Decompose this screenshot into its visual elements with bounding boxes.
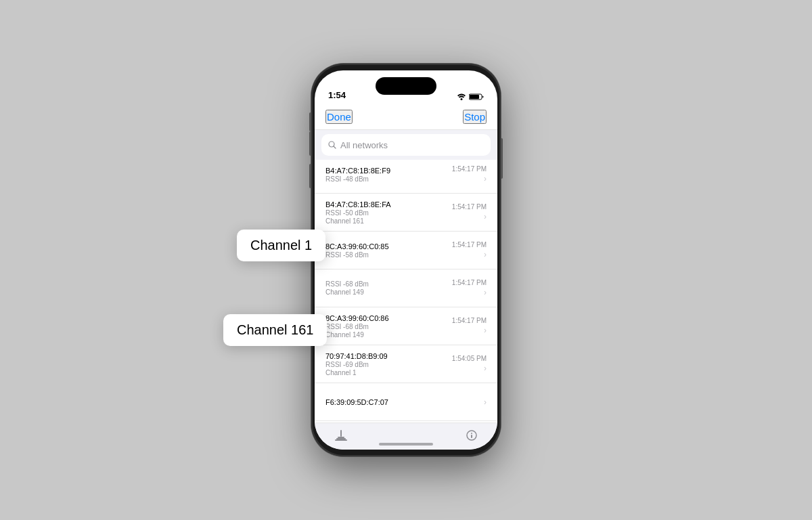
info-svg — [466, 430, 477, 441]
network-channel: Channel 149 — [325, 288, 369, 296]
network-rssi: RSSI -50 dBm — [325, 209, 391, 217]
network-item-right: 1:54:17 PM › — [452, 165, 487, 183]
network-mac: 8C:A3:99:60:C0:86 — [325, 314, 389, 322]
svg-point-0 — [461, 98, 463, 100]
network-item-right: 1:54:17 PM › — [452, 241, 487, 259]
status-icons — [457, 93, 484, 100]
chevron-right-icon: › — [484, 212, 487, 221]
network-item[interactable]: F6:39:09:5D:C7:07 › — [315, 383, 497, 421]
svg-line-4 — [334, 146, 336, 148]
network-item-info: B4:A7:C8:1B:8E:FA RSSI -50 dBm Channel 1… — [325, 200, 391, 225]
power-button[interactable] — [501, 138, 503, 179]
network-list: B4:A7:C8:1B:8E:F9 RSSI -48 dBm 1:54:17 P… — [315, 156, 497, 422]
svg-rect-7 — [336, 438, 346, 439]
chevron-right-icon: › — [484, 288, 487, 297]
network-rssi: RSSI -69 dBm — [325, 361, 388, 368]
network-rssi: RSSI -58 dBm — [325, 251, 389, 259]
home-indicator — [379, 443, 433, 446]
svg-rect-6 — [338, 437, 344, 438]
svg-rect-10 — [471, 435, 472, 438]
antenna-icon[interactable] — [335, 430, 347, 443]
network-rssi: RSSI -68 dBm — [325, 323, 389, 330]
network-item-right: 1:54:17 PM › — [452, 317, 487, 335]
network-item-info: 8C:A3:99:60:C0:86 RSSI -68 dBm Channel 1… — [325, 314, 389, 339]
antenna-svg — [335, 430, 347, 441]
network-item[interactable]: 70:97:41:D8:B9:09 RSSI -69 dBm Channel 1… — [315, 345, 497, 383]
phone-screen: 1:54 Done Stop — [315, 70, 497, 450]
wifi-icon — [457, 93, 466, 100]
network-mac: 8C:A3:99:60:C0:85 — [325, 242, 389, 251]
network-item-right: 1:54:05 PM › — [452, 355, 487, 373]
network-time: 1:54:05 PM — [452, 355, 487, 362]
network-mac: 70:97:41:D8:B9:09 — [325, 352, 388, 360]
network-time: 1:54:17 PM — [452, 317, 487, 324]
network-time: 1:54:17 PM — [452, 165, 487, 173]
search-placeholder: All networks — [340, 140, 388, 150]
tooltip-channel-1: Channel 1 — [237, 230, 325, 261]
search-icon — [328, 141, 336, 149]
network-item-right: 1:54:17 PM › — [452, 279, 487, 297]
network-item-info: F6:39:09:5D:C7:07 — [325, 398, 388, 406]
tooltip-2-label: Channel 161 — [237, 322, 313, 337]
chevron-right-icon: › — [484, 326, 487, 335]
network-item[interactable]: 8C:A3:99:60:C0:85 RSSI -58 dBm 1:54:17 P… — [315, 232, 497, 269]
chevron-right-icon: › — [484, 250, 487, 259]
volume-up-button[interactable] — [309, 131, 311, 156]
done-button[interactable]: Done — [325, 110, 353, 124]
network-mac: F6:39:09:5D:C7:07 — [325, 398, 388, 406]
bottom-toolbar — [315, 422, 497, 450]
network-item[interactable]: B4:A7:C8:1B:8E:FA RSSI -50 dBm Channel 1… — [315, 194, 497, 232]
svg-rect-2 — [470, 95, 479, 99]
network-rssi: RSSI -68 dBm — [325, 280, 369, 288]
network-channel: Channel 1 — [325, 369, 388, 376]
network-item-right: › — [484, 397, 487, 407]
network-item[interactable]: RSSI -68 dBm Channel 149 1:54:17 PM › — [315, 269, 497, 307]
network-rssi: RSSI -48 dBm — [325, 175, 390, 183]
network-time: 1:54:17 PM — [452, 241, 487, 248]
network-item-info: B4:A7:C8:1B:8E:F9 RSSI -48 dBm — [325, 167, 390, 183]
chevron-right-icon: › — [484, 397, 487, 407]
chevron-right-icon: › — [484, 364, 487, 373]
network-item[interactable]: B4:A7:C8:1B:8E:F9 RSSI -48 dBm 1:54:17 P… — [315, 156, 497, 194]
svg-rect-8 — [335, 439, 347, 441]
network-channel: Channel 161 — [325, 217, 391, 225]
mute-button[interactable] — [309, 112, 311, 131]
volume-down-button[interactable] — [309, 164, 311, 188]
dynamic-island — [376, 77, 436, 95]
chevron-right-icon: › — [484, 174, 487, 183]
network-item[interactable]: 8C:A3:99:60:C0:86 RSSI -68 dBm Channel 1… — [315, 307, 497, 345]
network-item-info: 70:97:41:D8:B9:09 RSSI -69 dBm Channel 1 — [325, 352, 388, 376]
network-item-info: RSSI -68 dBm Channel 149 — [325, 280, 369, 296]
svg-point-11 — [471, 433, 472, 434]
stop-button[interactable]: Stop — [463, 110, 487, 124]
nav-bar: Done Stop — [315, 104, 497, 130]
network-item-right: 1:54:17 PM › — [452, 203, 487, 221]
status-time: 1:54 — [328, 90, 346, 100]
phone-device: Channel 1 Channel 161 1:54 — [311, 64, 501, 456]
network-time: 1:54:17 PM — [452, 203, 487, 211]
network-channel: Channel 149 — [325, 331, 389, 339]
tooltip-1-label: Channel 1 — [250, 238, 312, 253]
network-mac: B4:A7:C8:1B:8E:F9 — [325, 167, 390, 175]
network-mac: B4:A7:C8:1B:8E:FA — [325, 200, 391, 209]
tooltip-channel-161: Channel 161 — [223, 314, 327, 346]
search-bar-container: All networks — [315, 130, 497, 160]
svg-rect-5 — [340, 430, 342, 437]
search-bar[interactable]: All networks — [321, 134, 491, 156]
network-item-info: 8C:A3:99:60:C0:85 RSSI -58 dBm — [325, 242, 389, 259]
network-time: 1:54:17 PM — [452, 279, 487, 286]
info-icon[interactable] — [466, 430, 477, 443]
battery-icon — [469, 93, 484, 100]
